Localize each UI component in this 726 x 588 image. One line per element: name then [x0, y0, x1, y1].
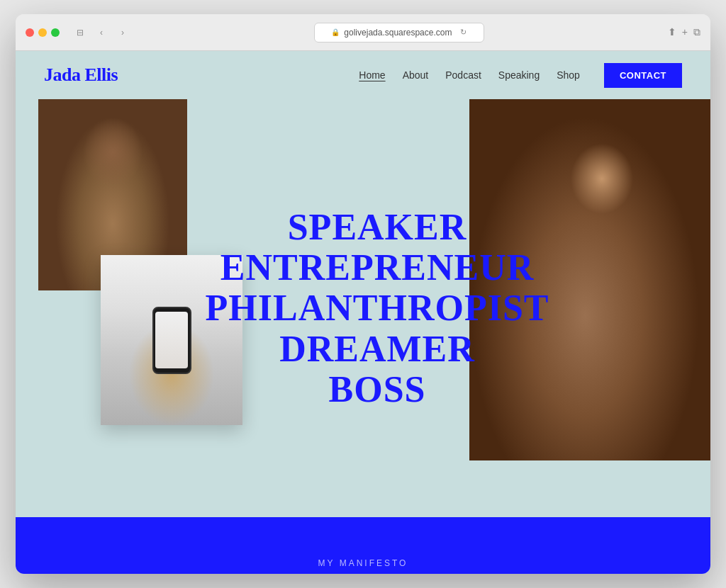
hero-word-2: ENTREPRENEUR	[206, 247, 549, 288]
forward-button[interactable]: ›	[115, 25, 130, 40]
new-tab-icon[interactable]: +	[682, 26, 688, 38]
back-button[interactable]: ‹	[94, 25, 109, 40]
browser-window: ⊟ ‹ › 🔒 golivejada.squarespace.com ↻ ⬆ +…	[16, 14, 710, 574]
phone-screen	[155, 312, 188, 368]
hero-word-3: PHILANTHROPIST	[206, 288, 549, 328]
navigation: Jada Ellis Home About Podcast Speaking S…	[16, 51, 710, 99]
nav-link-about[interactable]: About	[403, 69, 429, 81]
website-content: Jada Ellis Home About Podcast Speaking S…	[16, 51, 710, 574]
nav-link-shop[interactable]: Shop	[557, 69, 580, 81]
url-text: golivejada.squarespace.com	[344, 28, 452, 38]
reload-icon[interactable]: ↻	[460, 28, 467, 37]
hero-section: SPEAKER ENTREPRENEUR PHILANTHROPIST DREA…	[16, 99, 710, 517]
nav-link-home[interactable]: Home	[359, 69, 385, 81]
nav-link-podcast[interactable]: Podcast	[445, 69, 481, 81]
phone-device	[152, 307, 191, 374]
traffic-lights	[26, 28, 60, 37]
bottom-bar: MY MANIFESTO	[16, 517, 710, 574]
lock-icon: 🔒	[331, 28, 340, 36]
site-logo[interactable]: Jada Ellis	[44, 64, 118, 86]
share-icon[interactable]: ⬆	[668, 26, 676, 38]
hero-word-5: BOSS	[206, 369, 549, 409]
hero-word-1: SPEAKER	[206, 207, 549, 247]
maximize-button[interactable]	[51, 28, 60, 37]
hero-word-4: DREAMER	[206, 329, 549, 369]
close-button[interactable]	[26, 28, 34, 37]
hero-text-block: SPEAKER ENTREPRENEUR PHILANTHROPIST DREA…	[206, 207, 549, 409]
minimize-button[interactable]	[38, 28, 47, 37]
browser-actions: ⬆ + ⧉	[668, 26, 700, 38]
browser-chrome: ⊟ ‹ › 🔒 golivejada.squarespace.com ↻ ⬆ +…	[16, 14, 710, 51]
nav-links: Home About Podcast Speaking Shop CONTACT	[359, 63, 682, 88]
browser-controls: ⊟ ‹ ›	[72, 25, 130, 40]
sidebar-toggle-icon[interactable]: ⊟	[72, 25, 88, 40]
contact-button[interactable]: CONTACT	[604, 63, 682, 88]
windows-icon[interactable]: ⧉	[693, 26, 700, 38]
manifesto-label[interactable]: MY MANIFESTO	[318, 558, 408, 568]
nav-link-speaking[interactable]: Speaking	[498, 69, 540, 81]
address-bar[interactable]: 🔒 golivejada.squarespace.com ↻	[314, 23, 485, 43]
